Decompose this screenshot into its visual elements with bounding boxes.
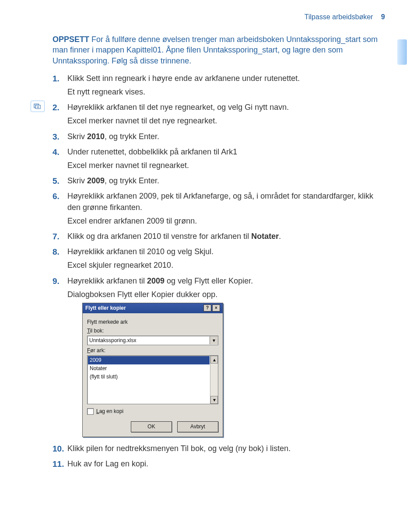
- dropdown-button[interactable]: ▾: [210, 336, 218, 344]
- step-number: 7.: [52, 231, 60, 243]
- step-text-pre: Klikk og dra arkfanen 2010 til venstre f…: [67, 232, 251, 241]
- help-icon: ?: [206, 306, 209, 310]
- step-10: 10. Klikk pilen for nedtrekksmenyen Til …: [52, 443, 385, 454]
- step-text-pre: Skriv: [67, 176, 87, 185]
- scrollbar[interactable]: ▴ ▾: [210, 356, 218, 404]
- step-number: 5.: [52, 175, 60, 187]
- step-number: 4.: [52, 147, 60, 158]
- list-item[interactable]: (flytt til slutt): [88, 373, 210, 381]
- setup-text: For å fullføre denne øvelsen trenger man…: [52, 35, 378, 65]
- chapter-thumb-tab: [397, 39, 407, 65]
- step-text: Klikk Sett inn regneark i høyre ende av …: [67, 74, 300, 83]
- chevron-up-icon: ▴: [213, 356, 216, 364]
- step-8: 8. Høyreklikk arkfanen til 2010 og velg …: [52, 246, 385, 271]
- make-copy-checkbox[interactable]: [87, 408, 94, 415]
- cancel-button[interactable]: Avbryt: [177, 421, 218, 432]
- move-or-copy-dialog: Flytt eller kopier ? × Flytt merkede ark…: [82, 303, 223, 437]
- dialog-close-button[interactable]: ×: [212, 304, 220, 312]
- step-11: 11. Huk av for Lag en kopi.: [52, 458, 385, 469]
- list-item[interactable]: Notater: [88, 364, 210, 373]
- to-book-dropdown[interactable]: Unntakssporing.xlsx ▾: [87, 336, 218, 345]
- step-number: 11.: [52, 458, 64, 470]
- step-number: 6.: [52, 191, 60, 203]
- step-result: Excel skjuler regnearket 2010.: [67, 260, 385, 271]
- make-copy-label: Lag en kopi: [96, 408, 123, 415]
- setup-label: OPPSETT: [52, 35, 89, 44]
- step-text: Klikk pilen for nedtrekksmenyen Til bok,…: [67, 444, 290, 453]
- step-number: 10.: [52, 443, 64, 455]
- step-4: 4. Under rutenettet, dobbelklikk på arkf…: [52, 147, 385, 171]
- header-page-number: 9: [381, 13, 385, 21]
- to-book-label: Til bok:: [87, 327, 218, 335]
- chevron-down-icon: ▾: [213, 396, 216, 404]
- step-result: Et nytt regneark vises.: [67, 87, 385, 98]
- step-text-pre: Skriv: [67, 132, 87, 141]
- chevron-down-icon: ▾: [213, 337, 215, 344]
- step-text-post: .: [279, 232, 281, 241]
- step-text-bold: 2009: [87, 176, 105, 185]
- move-label: Flytt merkede ark: [87, 318, 218, 326]
- to-book-value: Unntakssporing.xlsx: [88, 337, 210, 344]
- step-1: 1. Klikk Sett inn regneark i høyre ende …: [52, 73, 385, 98]
- step-7: 7. Klikk og dra arkfanen 2010 til venstr…: [52, 231, 385, 242]
- step-9: 9. Høyreklikk arkfanen til 2009 og velg …: [52, 276, 385, 437]
- before-sheet-listbox[interactable]: 2009 Notater (flytt til slutt) ▴ ▾: [87, 355, 218, 404]
- page-header: Tilpasse arbeidsbøker 9: [52, 13, 385, 21]
- step-text-post: , og trykk Enter.: [105, 176, 159, 185]
- worksheet-insert-icon: [31, 101, 45, 112]
- step-text-bold: 2010: [87, 132, 105, 141]
- step-result: Excel endrer arkfanen 2009 til grønn.: [67, 216, 385, 227]
- step-text: Høyreklikk arkfanen til 2010 og velg Skj…: [67, 247, 214, 256]
- dialog-help-button[interactable]: ?: [203, 304, 211, 312]
- list-item[interactable]: 2009: [88, 356, 210, 364]
- step-6: 6. Høyreklikk arkfanen 2009, pek til Ark…: [52, 191, 385, 227]
- step-3: 3. Skriv 2010, og trykk Enter.: [52, 131, 385, 142]
- step-text: Under rutenettet, dobbelklikk på arkfane…: [67, 147, 237, 156]
- before-sheet-label: Før ark:: [87, 347, 218, 354]
- dialog-title-text: Flytt eller kopier: [85, 304, 126, 312]
- step-text-post: og velg Flytt eller Kopier.: [164, 276, 253, 285]
- step-result: Excel merker navnet til regnearket.: [67, 160, 385, 171]
- step-list: 1. Klikk Sett inn regneark i høyre ende …: [52, 73, 385, 469]
- step-5: 5. Skriv 2009, og trykk Enter.: [52, 175, 385, 186]
- step-text-bold: Notater: [251, 232, 279, 241]
- header-title: Tilpasse arbeidsbøker: [304, 13, 373, 21]
- step-result: Dialogboksen Flytt eller Kopier dukker o…: [67, 289, 385, 300]
- step-2: 2. Høyreklikk arkfanen til det nye regne…: [52, 102, 385, 126]
- step-number: 1.: [52, 73, 60, 85]
- scroll-down-button[interactable]: ▾: [210, 396, 218, 404]
- step-text-pre: Høyreklikk arkfanen til: [67, 276, 147, 285]
- step-number: 9.: [52, 276, 60, 287]
- step-text: Høyreklikk arkfanen til det nye regneark…: [67, 103, 289, 112]
- step-result: Excel merker navnet til det nye regneark…: [67, 116, 385, 126]
- step-text: Høyreklikk arkfanen 2009, pek til Arkfan…: [67, 192, 373, 211]
- step-number: 8.: [52, 246, 60, 258]
- ok-button[interactable]: OK: [131, 421, 172, 432]
- setup-paragraph: OPPSETT For å fullføre denne øvelsen tre…: [52, 34, 385, 66]
- step-number: 3.: [52, 131, 60, 143]
- scroll-up-button[interactable]: ▴: [210, 356, 218, 364]
- step-number: 2.: [52, 102, 60, 114]
- close-icon: ×: [215, 306, 217, 310]
- dialog-titlebar[interactable]: Flytt eller kopier ? ×: [83, 303, 223, 313]
- step-text: Huk av for Lag en kopi.: [67, 459, 148, 468]
- step-text-post: , og trykk Enter.: [105, 132, 159, 141]
- step-text-bold: 2009: [147, 276, 164, 285]
